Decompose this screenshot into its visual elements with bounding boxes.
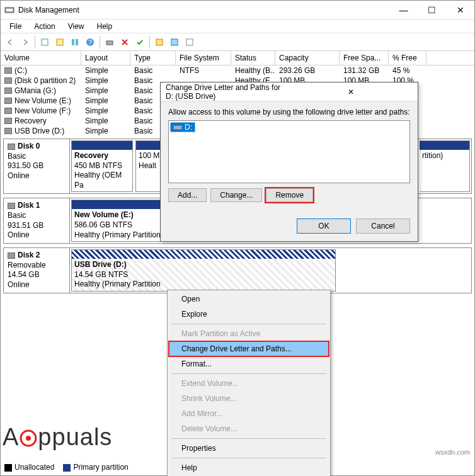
svg-rect-5 <box>76 39 78 45</box>
separator <box>35 36 35 48</box>
menu-item: Shrink Volume... <box>169 391 329 406</box>
toolbar-icon[interactable] <box>168 35 181 49</box>
back-button[interactable] <box>3 35 17 49</box>
toolbar-icon[interactable] <box>183 35 197 49</box>
partition[interactable]: rtition) <box>420 140 470 192</box>
menu-item: Delete Volume... <box>169 421 329 436</box>
toolbar-icon[interactable] <box>152 35 166 49</box>
menu-item: Mark Partition as Active <box>169 326 329 341</box>
menu-action[interactable]: Action <box>28 21 61 32</box>
dialog-text: Allow access to this volume by using the… <box>168 108 410 116</box>
minimize-button[interactable]: — <box>389 1 418 20</box>
ok-button[interactable]: OK <box>297 218 351 234</box>
svg-point-14 <box>26 436 31 441</box>
help-icon[interactable]: ? <box>83 35 97 49</box>
menu-item[interactable]: Explore <box>169 307 329 322</box>
col-pctfree[interactable]: % Free <box>389 51 426 65</box>
svg-rect-9 <box>156 39 163 45</box>
menu-item[interactable]: Open <box>169 292 329 307</box>
toolbar-icon[interactable] <box>103 35 117 49</box>
dialog-title: Change Drive Letter and Paths for D: (US… <box>166 83 289 101</box>
menu-item[interactable]: Format... <box>169 356 329 371</box>
disk-row: Disk 2Removable14.54 GBOnlineUSB Drive (… <box>3 247 472 293</box>
context-menu: OpenExploreMark Partition as ActiveChang… <box>167 290 331 476</box>
col-filesystem[interactable]: File System <box>176 51 231 65</box>
legend-unallocated: Unallocated <box>4 463 54 472</box>
add-button[interactable]: Add... <box>168 188 207 202</box>
menu-view[interactable]: View <box>62 21 91 32</box>
svg-text:?: ? <box>88 39 92 46</box>
menu-separator <box>171 324 326 324</box>
volume-table-header: Volume Layout Type File System Status Ca… <box>1 51 474 65</box>
menu-separator <box>171 438 326 439</box>
legend: Unallocated Primary partition <box>4 463 129 472</box>
watermark: wsxdn.com <box>435 448 470 456</box>
window-title: Disk Management <box>18 6 389 14</box>
maximize-button[interactable]: ☐ <box>418 1 446 20</box>
legend-primary: Primary partition <box>63 463 128 472</box>
close-button[interactable]: ✕ <box>446 1 474 20</box>
menu-item: Extend Volume... <box>169 376 329 391</box>
partition[interactable]: USB Drive (D:)14.54 GB NTFSHealthy (Prim… <box>71 249 336 292</box>
toolbar-icon[interactable] <box>53 35 67 49</box>
partition[interactable]: 100 MHealt <box>135 140 163 192</box>
col-status[interactable]: Status <box>231 51 275 65</box>
change-button[interactable]: Change... <box>210 188 262 202</box>
drive-icon <box>173 123 182 131</box>
dialog-titlebar: Change Drive Letter and Paths for D: (US… <box>161 82 418 101</box>
menu-separator <box>171 458 326 458</box>
col-volume[interactable]: Volume <box>1 51 81 65</box>
menu-item: Add Mirror... <box>169 406 329 421</box>
svg-rect-10 <box>171 39 178 45</box>
path-listbox[interactable]: D: <box>168 120 410 183</box>
forward-button[interactable] <box>18 35 32 49</box>
svg-rect-8 <box>106 41 113 45</box>
app-icon <box>4 5 14 15</box>
dialog-close-button[interactable]: ✕ <box>289 88 413 96</box>
svg-rect-12 <box>173 125 182 130</box>
menu-file[interactable]: File <box>3 21 28 32</box>
svg-rect-2 <box>42 39 48 45</box>
separator <box>149 36 150 48</box>
separator <box>100 36 100 48</box>
partition[interactable]: Recovery450 MB NTFSHealthy (OEM Pa <box>71 140 133 192</box>
remove-button[interactable]: Remove <box>266 188 313 202</box>
brand-logo: Appuals <box>3 424 112 451</box>
col-type[interactable]: Type <box>130 51 176 65</box>
toolbar-icon[interactable] <box>68 35 82 49</box>
drive-letter-entry[interactable]: D: <box>170 122 195 132</box>
col-layout[interactable]: Layout <box>81 51 130 65</box>
col-free[interactable]: Free Spa... <box>340 51 389 65</box>
svg-rect-1 <box>6 9 13 11</box>
toolbar: ? <box>1 33 474 51</box>
check-icon[interactable] <box>133 35 147 49</box>
svg-rect-4 <box>72 39 74 45</box>
change-letter-dialog: Change Drive Letter and Paths for D: (US… <box>160 82 418 242</box>
titlebar: Disk Management — ☐ ✕ <box>1 1 474 20</box>
menu-item[interactable]: Properties <box>169 441 329 456</box>
svg-rect-3 <box>57 39 63 45</box>
delete-icon[interactable] <box>118 35 132 49</box>
menu-item[interactable]: Change Drive Letter and Paths... <box>169 341 329 356</box>
toolbar-icon[interactable] <box>38 35 52 49</box>
volume-row[interactable]: (C:)SimpleBasicNTFSHealthy (B...293.26 G… <box>1 65 474 76</box>
cancel-button[interactable]: Cancel <box>356 218 410 234</box>
menu-item[interactable]: Help <box>169 460 329 475</box>
svg-rect-11 <box>186 39 193 45</box>
menu-help[interactable]: Help <box>91 21 119 32</box>
col-capacity[interactable]: Capacity <box>275 51 340 65</box>
menu-separator <box>171 373 326 374</box>
menubar: File Action View Help <box>1 20 474 33</box>
